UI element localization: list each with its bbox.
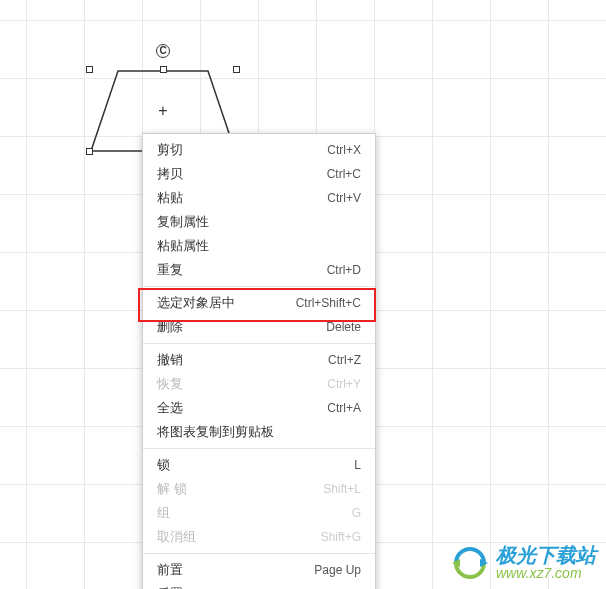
menu-item-shortcut: Page Up	[314, 561, 361, 579]
menu-item-label: 将图表复制到剪贴板	[157, 423, 274, 441]
rotate-handle-icon[interactable]: C	[156, 44, 170, 58]
watermark-logo-icon	[450, 543, 490, 583]
menu-item-label: 选定对象居中	[157, 294, 235, 312]
shape-center-plus-icon: +	[158, 103, 167, 119]
watermark: 极光下载站 www.xz7.com	[450, 543, 596, 583]
menu-item-shortcut: G	[352, 504, 361, 522]
menu-item-label: 解 锁	[157, 480, 187, 498]
resize-handle-sw[interactable]	[86, 148, 93, 155]
menu-item[interactable]: 全选Ctrl+A	[143, 396, 375, 420]
drawing-canvas[interactable]: C + 剪切Ctrl+X拷贝Ctrl+C粘贴Ctrl+V复制属性粘贴属性重复Ct…	[0, 0, 606, 589]
menu-item-label: 组	[157, 504, 170, 522]
menu-separator	[143, 343, 375, 344]
menu-item-shortcut: Ctrl+X	[327, 141, 361, 159]
menu-item-shortcut: Shift+G	[321, 528, 361, 546]
menu-item: 恢复Ctrl+Y	[143, 372, 375, 396]
menu-item-label: 全选	[157, 399, 183, 417]
menu-item-label: 粘贴属性	[157, 237, 209, 255]
menu-item: 组G	[143, 501, 375, 525]
menu-item[interactable]: 选定对象居中Ctrl+Shift+C	[143, 291, 375, 315]
menu-item-label: 后置	[157, 585, 183, 589]
menu-item[interactable]: 粘贴Ctrl+V	[143, 186, 375, 210]
menu-item[interactable]: 撤销Ctrl+Z	[143, 348, 375, 372]
menu-separator	[143, 553, 375, 554]
menu-item-shortcut: Ctrl+Z	[328, 351, 361, 369]
watermark-url: www.xz7.com	[496, 566, 596, 581]
menu-item: 解 锁Shift+L	[143, 477, 375, 501]
resize-handle-ne[interactable]	[233, 66, 240, 73]
menu-separator	[143, 448, 375, 449]
menu-item-label: 恢复	[157, 375, 183, 393]
resize-handle-n[interactable]	[160, 66, 167, 73]
menu-item[interactable]: 拷贝Ctrl+C	[143, 162, 375, 186]
menu-item[interactable]: 剪切Ctrl+X	[143, 138, 375, 162]
menu-item-shortcut: Delete	[326, 318, 361, 336]
menu-item[interactable]: 前置Page Up	[143, 558, 375, 582]
menu-item[interactable]: 复制属性	[143, 210, 375, 234]
menu-item-label: 重复	[157, 261, 183, 279]
menu-item-shortcut: Ctrl+D	[327, 261, 361, 279]
menu-item-shortcut: Ctrl+A	[327, 399, 361, 417]
menu-item-label: 撤销	[157, 351, 183, 369]
menu-item-shortcut: Ctrl+Shift+C	[296, 294, 361, 312]
menu-item-label: 粘贴	[157, 189, 183, 207]
menu-item-label: 前置	[157, 561, 183, 579]
menu-item-shortcut: Ctrl+C	[327, 165, 361, 183]
menu-item-label: 锁	[157, 456, 170, 474]
menu-item-shortcut: Shift+L	[323, 480, 361, 498]
menu-item-shortcut: Ctrl+Y	[327, 375, 361, 393]
menu-separator	[143, 286, 375, 287]
menu-item[interactable]: 锁L	[143, 453, 375, 477]
menu-item-label: 复制属性	[157, 213, 209, 231]
menu-item-label: 剪切	[157, 141, 183, 159]
menu-item-label: 删除	[157, 318, 183, 336]
menu-item[interactable]: 删除Delete	[143, 315, 375, 339]
menu-item[interactable]: 将图表复制到剪贴板	[143, 420, 375, 444]
menu-item-shortcut: Ctrl+V	[327, 189, 361, 207]
menu-item-shortcut: L	[354, 456, 361, 474]
menu-item: 取消组Shift+G	[143, 525, 375, 549]
watermark-title: 极光下载站	[496, 544, 596, 566]
context-menu: 剪切Ctrl+X拷贝Ctrl+C粘贴Ctrl+V复制属性粘贴属性重复Ctrl+D…	[142, 133, 376, 589]
menu-item-label: 取消组	[157, 528, 196, 546]
resize-handle-nw[interactable]	[86, 66, 93, 73]
menu-item[interactable]: 后置Page Down	[143, 582, 375, 589]
menu-item[interactable]: 粘贴属性	[143, 234, 375, 258]
menu-item[interactable]: 重复Ctrl+D	[143, 258, 375, 282]
menu-item-shortcut: Page Down	[299, 585, 361, 589]
menu-item-label: 拷贝	[157, 165, 183, 183]
